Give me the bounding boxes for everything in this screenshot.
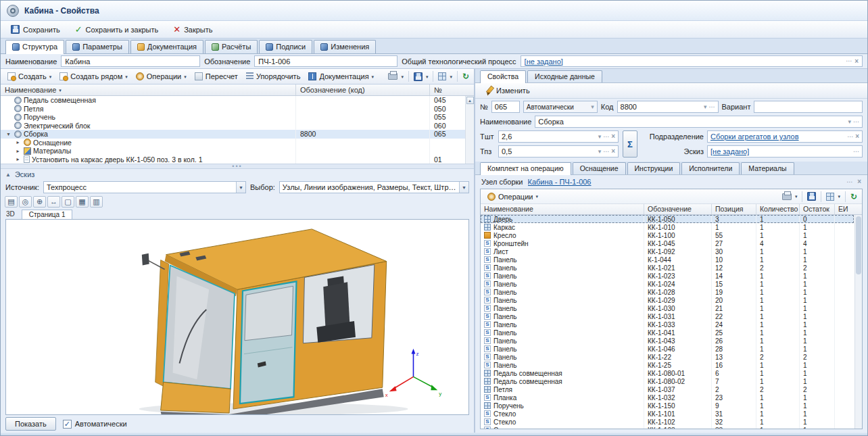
table-row[interactable]: ПанельКК-1-0462811 <box>481 345 854 353</box>
more-dots-icon[interactable]: ⋯ <box>847 134 853 140</box>
tab-1[interactable]: Параметры <box>66 40 129 53</box>
process-value-link[interactable]: [не задано] <box>525 57 563 66</box>
caret-down-icon[interactable]: ▾ <box>598 149 602 155</box>
sum-button[interactable]: Σ <box>623 130 637 158</box>
structure-toolbar-button-3[interactable]: Пересчет <box>191 71 241 82</box>
operation-tab-4[interactable]: Материалы <box>741 162 794 174</box>
collapse-chevron-icon[interactable]: ▲ <box>5 172 11 178</box>
table-row[interactable]: ПланкаКК-1-0322311 <box>481 393 854 402</box>
save-button[interactable]: Сохранить <box>5 23 66 36</box>
operation-tab-3[interactable]: Исполнители <box>681 162 740 174</box>
tab-5[interactable]: Изменения <box>314 40 376 53</box>
caret-down-icon[interactable]: ▾ <box>426 74 429 79</box>
table-row[interactable]: СтеклоКК-1-1013111 <box>481 410 854 418</box>
horizontal-splitter[interactable]: ••• <box>1 164 474 169</box>
column-header[interactable]: Наименование <box>481 204 644 214</box>
more-dots-icon[interactable]: ⋯ <box>853 149 859 155</box>
mode-combo[interactable]: Автоматически ▾ <box>523 101 598 113</box>
edit-button[interactable]: Изменить <box>479 85 535 96</box>
table-row[interactable]: ЛистКК-1-0923011 <box>481 247 854 256</box>
select-combo[interactable]: Узлы, Линии изображения, Размеры, Текст,… <box>279 181 469 193</box>
sketch-viewport[interactable]: z x y <box>5 219 469 415</box>
refresh-icon[interactable]: ↻ <box>850 193 857 201</box>
export-icon[interactable] <box>807 192 816 201</box>
table-row[interactable]: ПанельКК-1-0231411 <box>481 272 854 280</box>
structure-toolbar-button-2[interactable]: Операции▾ <box>132 71 190 82</box>
table-row[interactable]: ПетляКК-1-037222 <box>481 385 854 393</box>
tpz-field[interactable]: 0,5 ▾ ⋯ × <box>498 145 619 158</box>
save-and-close-button[interactable]: ✓ Сохранить и закрыть <box>70 23 164 36</box>
column-header-num[interactable]: № <box>430 84 474 95</box>
variant-field[interactable] <box>754 101 863 113</box>
print-icon[interactable]: ▤ <box>5 196 18 208</box>
caret-down-icon[interactable]: ▾ <box>450 74 452 79</box>
tree-row[interactable]: ▸Материалы <box>1 147 465 155</box>
more-dots-icon[interactable]: ⋯ <box>603 134 609 140</box>
print-preview-icon[interactable]: ◎ <box>19 196 32 208</box>
sketch-ref-field[interactable]: [не задано] ⋯ <box>707 145 863 158</box>
clear-x-icon[interactable]: × <box>857 178 861 185</box>
printer-icon[interactable] <box>782 193 792 200</box>
table-row[interactable]: ПанельКК-1-0281911 <box>481 288 854 296</box>
column-header[interactable]: Позиция <box>712 204 756 214</box>
table-row[interactable]: ПанельКК-1-0302111 <box>481 304 854 312</box>
name-field[interactable]: Кабина <box>61 55 200 67</box>
clear-x-icon[interactable]: × <box>855 133 859 140</box>
source-combo[interactable]: Техпроцесс ▼ <box>43 181 246 193</box>
tree-row[interactable]: Петля050 <box>1 105 465 114</box>
sketch-section-header[interactable]: ▲ Эскиз <box>1 169 474 180</box>
more-dots-icon[interactable]: ⋯ <box>709 104 715 110</box>
table-row[interactable]: ПанельКК-1-0412511 <box>481 329 854 337</box>
page-tab[interactable]: Страница 1 <box>22 210 73 220</box>
column-header[interactable]: ЕИ <box>835 204 854 214</box>
caret-down-icon[interactable]: ▾ <box>838 194 840 199</box>
table-row[interactable]: КаркасКК-1-010111 <box>481 223 854 231</box>
column-header-name[interactable]: Наименование ▾ <box>1 84 296 95</box>
table-row[interactable]: Педаль совмещеннаяКК-1-080-02711 <box>481 377 854 385</box>
caret-down-icon[interactable]: ▼ <box>459 182 468 193</box>
parts-scrollbar[interactable] <box>854 215 862 429</box>
view-grid-icon[interactable] <box>438 72 446 80</box>
zoom-in-icon[interactable]: ⊕ <box>33 196 46 208</box>
table-row[interactable]: ПанельКК-1-0211222 <box>481 264 854 272</box>
triangle-down-icon[interactable]: ▾ <box>5 131 12 137</box>
table-row[interactable]: КронштейнКК-1-0452744 <box>481 239 854 247</box>
table-row[interactable]: ПанельКК-1-0292011 <box>481 296 854 304</box>
properties-tab-1[interactable]: Исходные данные <box>527 70 602 82</box>
more-dots-icon[interactable]: ⋯ <box>853 119 859 125</box>
table-row[interactable]: ДверьКК-1-050310 <box>481 215 854 223</box>
clear-x-icon[interactable]: × <box>854 58 859 65</box>
table-row[interactable]: Педаль совмещеннаяКК-1-080-01611 <box>481 369 854 377</box>
sketch-value-link[interactable]: [не задано] <box>710 147 749 155</box>
scroll-up-icon[interactable]: ▲ <box>466 97 474 104</box>
fit-page-icon[interactable]: ▢ <box>62 196 74 208</box>
operation-tab-2[interactable]: Инструкции <box>627 162 681 174</box>
auto-checkbox-group[interactable]: ✓ Автоматически <box>63 420 127 429</box>
tree-row[interactable]: Поручень055 <box>1 113 465 122</box>
division-value-link[interactable]: Сборки агрегатов и узлов <box>710 132 799 141</box>
table-row[interactable]: ПанельКК-1-251611 <box>481 361 854 369</box>
table-row[interactable]: СтеклоКК-1-1023211 <box>481 418 854 426</box>
structure-toolbar-button-5[interactable]: Документация▾ <box>305 71 377 82</box>
column-header[interactable]: Обозначение <box>644 204 712 214</box>
triangle-right-icon[interactable]: ▸ <box>14 139 22 145</box>
clear-x-icon[interactable]: × <box>611 133 615 140</box>
export-icon[interactable] <box>414 72 423 81</box>
division-field[interactable]: Сборки агрегатов и узлов ⋯ × <box>707 130 863 143</box>
more-dots-icon[interactable]: ⋯ <box>846 179 852 185</box>
assembly-name-field[interactable]: Сборка ▾ ⋯ <box>535 116 863 128</box>
fit-width-icon[interactable]: ↔ <box>47 196 60 208</box>
caret-down-icon[interactable]: ▾ <box>704 104 707 110</box>
caret-down-icon[interactable]: ▾ <box>795 194 798 199</box>
refresh-icon[interactable]: ↻ <box>462 72 469 80</box>
table-row[interactable]: ПанельКК-1-0332411 <box>481 320 854 329</box>
scrollbar-thumb[interactable] <box>856 216 861 274</box>
tab-4[interactable]: Подписи <box>259 40 312 53</box>
caret-down-icon[interactable]: ▾ <box>598 134 602 140</box>
more-dots-icon[interactable]: ⋯ <box>603 149 609 155</box>
designation-field[interactable]: ПЧ-1-006 <box>254 55 397 67</box>
column-header[interactable]: Остаток <box>800 204 835 214</box>
caret-down-icon[interactable]: ▾ <box>848 119 851 125</box>
structure-toolbar-button-4[interactable]: Упорядочить <box>243 71 304 82</box>
table-row[interactable]: ПанельКК-1-0432611 <box>481 337 854 345</box>
